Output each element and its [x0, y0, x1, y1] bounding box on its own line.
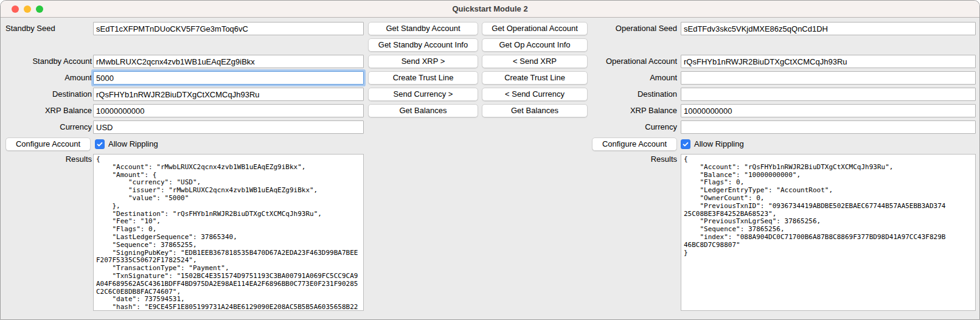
operational-account-input[interactable]: [681, 55, 976, 68]
operational-allow-rippling-label: Allow Rippling: [694, 137, 744, 151]
operational-seed-label: Operational Seed: [586, 22, 677, 35]
checkmark-icon: [96, 141, 103, 148]
operational-create-trust-line-button[interactable]: Create Trust Line: [482, 71, 588, 85]
operational-amount-label: Amount: [586, 71, 677, 85]
operational-xrp-balance-input[interactable]: [681, 104, 976, 117]
standby-destination-input[interactable]: [93, 88, 364, 101]
standby-allow-rippling-label: Allow Rippling: [108, 137, 158, 151]
operational-amount-input[interactable]: [681, 71, 976, 85]
window-title: Quickstart Module 2: [1, 1, 979, 18]
operational-xrp-balance-label: XRP Balance: [586, 104, 677, 117]
standby-results-textarea[interactable]: { "Account": "rMwbLRUXC2qcnx4zvb1WB1uEAq…: [93, 154, 364, 311]
standby-amount-input[interactable]: [93, 71, 364, 85]
operational-allow-rippling-checkbox[interactable]: [681, 139, 690, 149]
send-currency-left-button[interactable]: < Send Currency: [482, 88, 588, 101]
standby-results-label: Results: [1, 155, 92, 164]
operational-currency-input[interactable]: [681, 120, 976, 134]
standby-xrp-balance-input[interactable]: [93, 104, 364, 117]
operational-results-text: { "Account": "rQsFHYb1nRWJR2BiuDTXgCtXCM…: [684, 156, 947, 257]
standby-create-trust-line-button[interactable]: Create Trust Line: [368, 71, 478, 85]
operational-account-label: Operational Account: [586, 55, 677, 68]
send-currency-right-button[interactable]: Send Currency >: [368, 88, 478, 101]
operational-seed-input[interactable]: [681, 22, 976, 35]
standby-account-label: Standby Account: [1, 55, 92, 68]
get-operational-account-button[interactable]: Get Operational Account: [482, 22, 588, 35]
standby-get-balances-button[interactable]: Get Balances: [368, 104, 478, 117]
operational-configure-account-button[interactable]: Configure Account: [592, 137, 677, 151]
standby-destination-label: Destination: [1, 88, 92, 101]
operational-get-balances-button[interactable]: Get Balances: [482, 104, 588, 117]
operational-destination-input[interactable]: [681, 88, 976, 101]
operational-destination-label: Destination: [586, 88, 677, 101]
standby-seed-label: Standby Seed: [5, 22, 92, 35]
send-xrp-left-button[interactable]: < Send XRP: [482, 55, 588, 68]
standby-amount-label: Amount: [1, 71, 92, 85]
operational-results-textarea[interactable]: { "Account": "rQsFHYb1nRWJR2BiuDTXgCtXCM…: [681, 154, 976, 311]
get-standby-account-button[interactable]: Get Standby Account: [368, 22, 478, 35]
operational-currency-label: Currency: [586, 120, 677, 134]
get-standby-account-info-button[interactable]: Get Standby Account Info: [368, 38, 478, 52]
standby-account-input[interactable]: [93, 55, 364, 68]
standby-results-text: { "Account": "rMwbLRUXC2qcnx4zvb1WB1uEAq…: [96, 156, 360, 311]
operational-results-label: Results: [586, 155, 677, 164]
checkmark-icon: [682, 141, 689, 148]
title-bar: Quickstart Module 2: [1, 1, 979, 18]
standby-allow-rippling-checkbox[interactable]: [95, 139, 105, 149]
app-window: Quickstart Module 2 Standby Seed Standby…: [0, 0, 980, 320]
standby-currency-input[interactable]: [93, 120, 364, 134]
standby-currency-label: Currency: [1, 120, 92, 134]
standby-xrp-balance-label: XRP Balance: [1, 104, 92, 117]
send-xrp-right-button[interactable]: Send XRP >: [368, 55, 478, 68]
standby-configure-account-button[interactable]: Configure Account: [5, 137, 91, 151]
standby-seed-input[interactable]: [93, 22, 364, 35]
get-op-account-info-button[interactable]: Get Op Account Info: [482, 38, 588, 52]
